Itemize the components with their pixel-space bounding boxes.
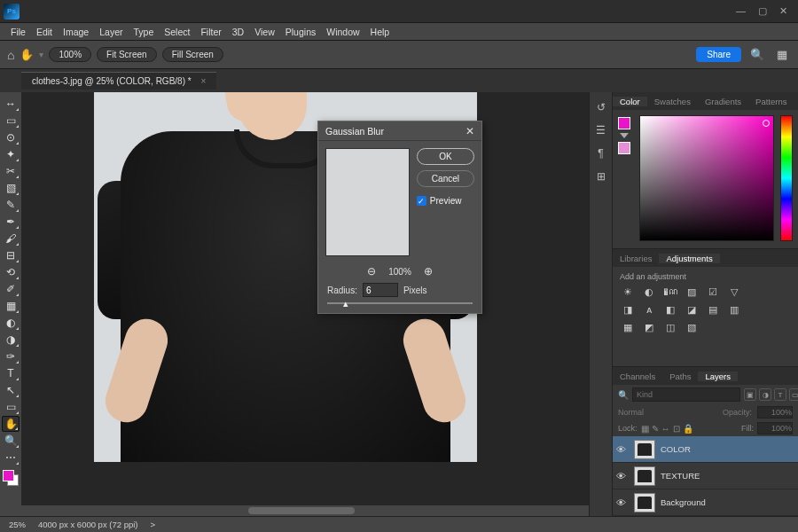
gradient-tool[interactable]: ▦ [2,298,20,314]
move-tool[interactable]: ↔ [2,96,20,112]
history-brush-tool[interactable]: ⟲ [2,264,20,280]
layer-thumbnail[interactable] [634,466,655,486]
eraser-tool[interactable]: ✐ [2,281,20,297]
tab-adjustments[interactable]: Adjustments [659,254,719,263]
foreground-color-swatch[interactable] [618,117,630,129]
slider-knob-icon[interactable]: ▴ [343,298,352,307]
adjustment-icon[interactable]: ☑ [705,285,721,299]
tab-color[interactable]: Color [613,97,647,106]
fit-screen-button[interactable]: Fit Screen [97,47,157,62]
status-doc-info[interactable]: 4000 px x 6000 px (72 ppi) [38,520,138,529]
layer-row[interactable]: 👁COLOR [613,436,798,463]
layer-filter-icon[interactable]: T [774,388,786,401]
history-panel-icon[interactable]: ↺ [597,101,606,113]
cancel-button[interactable]: Cancel [417,170,474,187]
fill-screen-button[interactable]: Fill Screen [162,47,223,62]
adjustment-icon[interactable]: ◐ [641,285,657,299]
layer-filter-icon[interactable]: ◑ [759,388,771,401]
layer-filter-icon[interactable]: ▣ [744,388,756,401]
visibility-icon[interactable]: 👁 [616,471,629,481]
menu-plugins[interactable]: Plugins [280,27,321,37]
canvas-area[interactable] [21,92,589,516]
blur-tool[interactable]: ◐ [2,315,20,331]
lock-icon[interactable]: 🔒 [683,424,693,434]
tab-gradients[interactable]: Gradients [698,97,748,106]
adjustment-icon[interactable]: ▽ [726,285,742,299]
zoom-out-button[interactable]: ⊖ [367,265,376,278]
status-arrow-icon[interactable]: > [151,520,156,529]
clone-stamp-tool[interactable]: ⊟ [2,247,20,263]
tab-swatches[interactable]: Swatches [647,97,698,106]
layer-thumbnail[interactable] [634,440,655,459]
menu-filter[interactable]: Filter [195,27,226,37]
object-select-tool[interactable]: ✦ [2,146,20,162]
layer-row[interactable]: 👁Background [613,489,798,516]
lock-icon[interactable]: ✎ [652,424,659,434]
visibility-icon[interactable]: 👁 [616,497,629,508]
hand-tool[interactable]: ✋ [2,416,20,432]
close-window-button[interactable]: ✕ [779,5,787,17]
background-color-swatch[interactable] [618,142,630,154]
adjustment-icon[interactable]: ◨ [620,302,636,317]
radius-input[interactable] [363,283,398,297]
crop-tool[interactable]: ✂ [2,163,20,179]
menu-layer[interactable]: Layer [94,27,128,37]
dialog-preview[interactable] [325,148,410,256]
menu-file[interactable]: File [5,27,31,37]
tab-layers[interactable]: Layers [698,372,738,381]
edit-toolbar[interactable]: ⋯ [2,450,20,466]
dialog-close-button[interactable]: ✕ [466,125,474,137]
minimize-button[interactable]: — [736,5,746,17]
preview-checkbox[interactable]: ✓ Preview [417,196,474,206]
brush-tool[interactable]: 🖌 [2,231,20,246]
color-field[interactable] [639,115,774,241]
lock-icon[interactable]: ⊡ [673,424,680,434]
tab-patterns[interactable]: Patterns [748,97,794,106]
home-button[interactable]: ⌂ [7,48,14,62]
layer-row[interactable]: 👁TEXTURE [613,463,798,489]
adjustment-icon[interactable]: ☀ [620,285,636,299]
zoom-value[interactable]: 100% [49,47,91,62]
dodge-tool[interactable]: ◑ [2,332,20,348]
path-select-tool[interactable]: ↖ [2,382,20,398]
menu-help[interactable]: Help [365,27,395,37]
lock-icon[interactable]: ▦ [641,424,649,434]
status-zoom[interactable]: 25% [9,520,26,529]
layer-filter-icon[interactable]: ▭ [789,388,798,401]
workspace-icon[interactable]: ▦ [773,48,791,61]
adjustment-icon[interactable]: ▥ [726,302,742,317]
close-tab-button[interactable]: × [200,76,206,86]
dialog-titlebar[interactable]: Gaussian Blur ✕ [318,121,481,141]
hand-tool-icon[interactable]: ✋ [20,48,34,61]
paragraph-panel-icon[interactable]: ⊞ [597,170,606,183]
spot-heal-tool[interactable]: ✒ [2,214,20,230]
tab-libraries[interactable]: Libraries [613,254,659,263]
adjustment-icon[interactable]: ◫ [662,320,678,334]
adjustment-icon[interactable]: ◪ [684,302,700,317]
menu-3d[interactable]: 3D [227,27,249,37]
layer-thumbnail[interactable] [634,493,655,512]
hue-slider[interactable] [780,115,793,241]
adjustment-icon[interactable]: ▧ [684,320,700,334]
marquee-tool[interactable]: ▭ [2,113,20,129]
rectangle-tool[interactable]: ▭ [2,399,20,415]
adjustment-icon[interactable]: ◩ [641,320,657,334]
adjustment-icon[interactable]: ▨ [684,285,700,299]
horizontal-scrollbar[interactable] [21,505,589,516]
share-button[interactable]: Share [696,47,741,62]
adjustment-icon[interactable]: �ណ [662,285,678,299]
adjustment-icon[interactable]: ◧ [662,302,678,317]
menu-window[interactable]: Window [321,27,364,37]
opacity-input[interactable] [757,406,793,419]
search-icon[interactable]: 🔍 [747,48,768,61]
adjustment-icon[interactable]: ▤ [705,302,721,317]
tab-paths[interactable]: Paths [662,372,698,381]
radius-slider[interactable]: ▴ [327,302,473,304]
zoom-in-button[interactable]: ⊕ [424,265,433,278]
properties-panel-icon[interactable]: ☰ [596,124,606,137]
lock-icon[interactable]: ↔ [661,424,670,434]
visibility-icon[interactable]: 👁 [616,444,629,455]
adjustment-icon[interactable]: ᴀ [641,302,657,317]
maximize-button[interactable]: ▢ [758,5,767,17]
adjustment-icon[interactable]: ▦ [620,320,636,334]
